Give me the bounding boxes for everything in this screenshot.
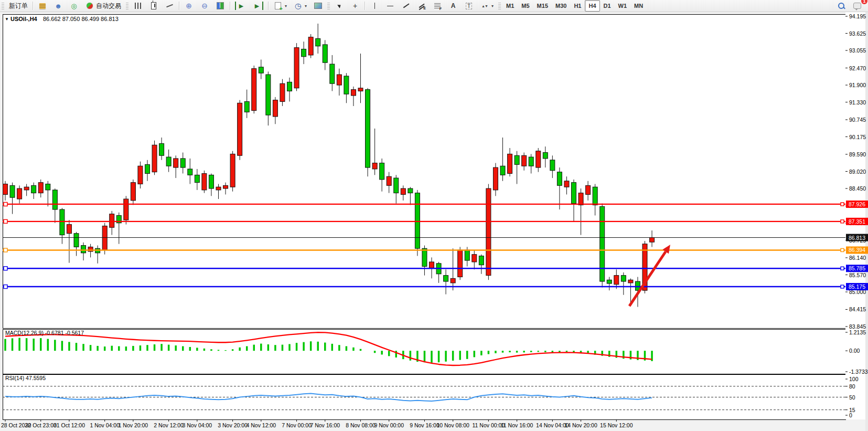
notifications-button[interactable]: 1 [849,0,865,12]
candle-body [650,238,655,243]
cursor-tool-button[interactable] [331,0,347,12]
toolbar-grip[interactable] [498,2,501,9]
gold-stack-icon [39,3,46,9]
toolbar-grip[interactable] [327,2,330,9]
auto-trading-button[interactable]: 自动交易 [82,0,124,12]
text-label-tool-button[interactable]: T [461,0,477,12]
date-axis-label: 1 Nov 04:00 [90,422,120,428]
price-panel[interactable] [3,14,845,328]
zoom-out-button[interactable]: ⊖ [197,0,212,12]
timeframe-button-m15[interactable]: M15 [533,0,552,12]
candle-body [131,183,135,201]
timeframe-button-w1[interactable]: W1 [615,0,631,12]
date-axis-label: 11 Nov 00:00 [473,422,505,428]
price-axis-label: 89.020 [849,169,866,175]
toolbar-grip[interactable] [2,2,4,9]
template-button[interactable] [310,0,326,12]
vertical-line-tool-button[interactable] [367,0,382,12]
timeframe-button-mn[interactable]: MN [630,0,647,12]
signals-button[interactable]: ◎ [66,0,82,12]
zoom-out-icon: ⊖ [200,2,209,10]
candle-body [529,157,533,166]
hline-left-handle[interactable] [4,267,7,270]
date-axis-label: 9 Nov 00:00 [374,422,404,428]
period-button[interactable]: ◷▾ [290,0,310,12]
candle-body [486,188,491,276]
candle-body [166,157,171,166]
hline-right-handle[interactable] [841,248,844,251]
macd-axis-label: 0.00 [849,348,860,354]
hline-left-handle[interactable] [4,285,7,289]
candle-body [444,276,448,281]
bar-chart-icon [135,3,141,9]
hline-left-handle[interactable] [4,202,7,206]
candle-body [3,184,8,194]
timeframe-group: M1M5M15M30H1H4D1W1MN [502,0,647,12]
line-chart-mode-button[interactable] [162,0,177,12]
candle-body [621,276,626,281]
toolbar-separator [230,2,230,10]
auto-scroll-icon: ▶ [235,2,246,10]
toolbar-grip[interactable] [126,2,128,9]
crosshair-tool-button[interactable]: + [347,0,363,12]
date-axis-label: 9 Nov 16:00 [410,422,440,428]
new-order-button[interactable]: 新订单 [6,0,31,12]
price-axis-strip[interactable] [845,12,865,419]
timeframe-button-h4[interactable]: H4 [585,0,599,12]
hline-right-handle[interactable] [841,203,844,206]
chart-shift-button[interactable]: ▶ [249,0,266,12]
price-axis-label: 84.415 [849,306,866,312]
candle-body [216,187,221,190]
market-depth-button[interactable] [35,0,50,12]
search-button[interactable] [833,0,849,12]
candle-body [451,278,455,283]
horizontal-line-icon [387,6,393,6]
candle-body [273,100,277,117]
timeframe-button-m5[interactable]: M5 [518,0,533,12]
collapse-icon: ▼ [5,17,9,22]
chart-shift-icon: ▶ [252,2,263,10]
fibonacci-tool-button[interactable]: F [430,0,445,12]
price-axis-label: 91.900 [849,82,866,88]
timeframe-button-m1[interactable]: M1 [502,0,518,12]
date-axis-label: 8 Nov 08:00 [346,422,376,428]
new-chart-button[interactable]: ▾ [270,0,290,12]
tile-windows-button[interactable] [212,0,228,12]
auto-trading-label: 自动交易 [96,2,121,10]
date-axis-label: 31 Oct 12:00 [53,422,85,428]
candle-body [479,256,484,265]
timeframe-button-d1[interactable]: D1 [600,0,615,12]
price-axis-label: 85.570 [849,272,866,278]
channel-icon: E [419,3,425,9]
zoom-in-button[interactable]: ⊕ [181,0,197,12]
candle-body [266,75,271,115]
candle-body [628,280,633,283]
hline-right-handle[interactable] [841,220,844,223]
fibonacci-icon: F [434,3,441,8]
timeframe-button-h1[interactable]: H1 [570,0,585,12]
macd-indicator-label: MACD(12,26,9) -0.6781 -0.5617 [5,330,84,336]
candle-body [302,49,306,57]
hline-left-handle[interactable] [4,248,7,252]
price-axis-label: 86.140 [849,255,866,261]
timeframe-button-m30[interactable]: M30 [552,0,570,12]
hline-left-handle[interactable] [4,219,7,223]
chart-window[interactable]: 94.19593.62593.05592.47091.90091.33090.7… [0,12,868,431]
horizontal-line-tool-button[interactable] [382,0,398,12]
hline-right-handle[interactable] [841,267,844,270]
profile-button[interactable]: ☻ [50,0,66,12]
candle-body [46,184,50,190]
text-tool-button[interactable]: A [445,0,461,12]
arrows-tool-button[interactable]: ▲▼▾ [477,0,497,12]
candle-body [380,163,384,180]
trendline-tool-button[interactable] [398,0,414,12]
candle-chart-mode-button[interactable] [146,0,162,12]
channel-tool-button[interactable]: E [414,0,430,12]
hline-right-handle[interactable] [841,285,844,288]
candle-body [280,83,285,101]
crosshair-icon: + [350,2,360,10]
auto-scroll-button[interactable]: ▶ [232,0,249,12]
bar-chart-mode-button[interactable] [130,0,146,12]
date-axis-label: 30 Oct 23:00 [25,422,57,428]
candle-body [145,164,150,173]
